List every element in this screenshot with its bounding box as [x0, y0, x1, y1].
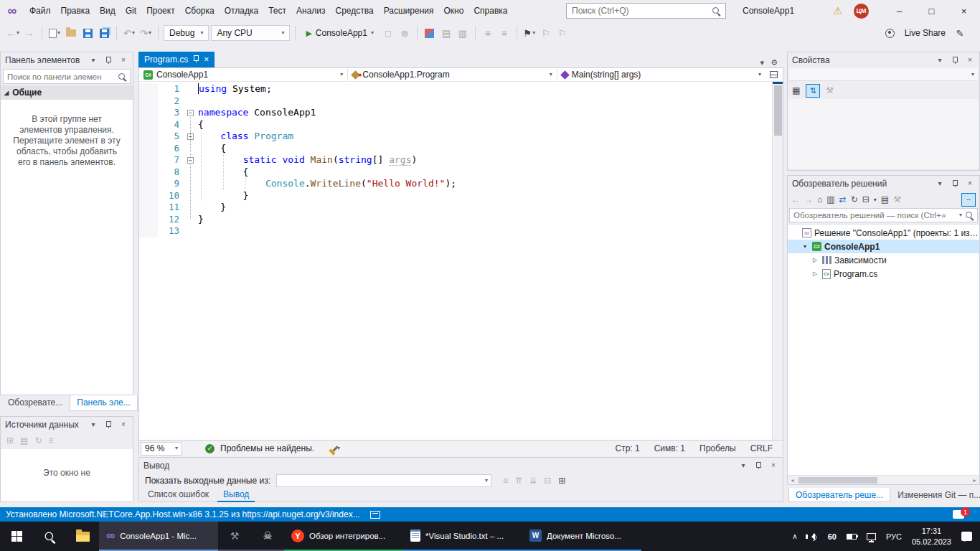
indent-icon[interactable]: ≡ — [481, 24, 495, 42]
preview-selected-items-toggle[interactable]: − — [961, 193, 976, 207]
window-menu-icon[interactable]: ▾ — [88, 55, 98, 65]
pin-icon[interactable] — [950, 179, 960, 189]
language-indicator[interactable]: РУС — [881, 522, 907, 551]
maximize-button[interactable]: □ — [915, 0, 948, 22]
prev-message-icon[interactable]: ⇈ — [515, 476, 522, 486]
tree-collapsed-arrow[interactable]: ▷ — [811, 257, 819, 263]
toolbox-header[interactable]: Панель элементов ▾ × — [1, 52, 133, 67]
sync-with-active-document-icon[interactable]: ⇄ — [839, 194, 847, 204]
breakpoint-margin[interactable] — [139, 178, 158, 190]
code-text[interactable]: { — [198, 143, 226, 155]
comment-icon[interactable]: ≡ — [497, 24, 512, 42]
menu-item[interactable]: Git — [121, 0, 141, 22]
document-tab-program-cs[interactable]: Program.cs × — [138, 52, 215, 67]
tree-horizontal-scrollbar[interactable]: ◂ ▸ — [788, 475, 979, 484]
output-header[interactable]: Вывод ▾ × — [139, 458, 783, 473]
code-text[interactable]: namespace ConsoleApp1 — [198, 107, 316, 119]
clock[interactable]: 17:31 05.02.2023 — [907, 522, 956, 551]
pin-icon[interactable] — [103, 55, 113, 65]
close-icon[interactable]: × — [965, 179, 975, 189]
feedback-icon[interactable]: ✎ — [953, 24, 967, 42]
toolbox-search-input[interactable] — [7, 72, 115, 81]
configure-data-source-icon[interactable]: ▤ — [20, 435, 28, 446]
properties-object-dropdown[interactable]: ▾ — [789, 68, 978, 81]
action-center-icon[interactable] — [956, 522, 977, 551]
breakpoint-margin[interactable] — [139, 131, 158, 143]
minimize-button[interactable]: – — [883, 0, 915, 22]
tree-collapsed-arrow[interactable]: ▷ — [811, 270, 819, 277]
output-source-dropdown[interactable]: ▾ — [276, 474, 491, 487]
menu-item[interactable]: Вид — [95, 0, 121, 22]
attach-process-icon[interactable]: ⊚ — [397, 24, 412, 42]
home-icon[interactable]: ⌂ — [817, 194, 822, 204]
type-dropdown[interactable]: ConsoleApp1.Program ▾ — [348, 68, 557, 81]
open-file-icon[interactable] — [64, 24, 78, 42]
taskbar-app[interactable]: *Visual Studio.txt – ... — [403, 522, 522, 551]
code-text[interactable]: { — [198, 119, 204, 131]
scroll-left-icon[interactable]: ◂ — [788, 477, 797, 484]
code-cleanup-icon[interactable]: ▾ — [330, 440, 344, 457]
new-file-icon[interactable]: ▾ — [47, 24, 62, 42]
find-in-files-icon[interactable] — [423, 24, 437, 42]
search-options-icon[interactable]: ▾ — [959, 212, 962, 218]
solution-explorer-header[interactable]: Обозреватель решений ▾ × — [788, 176, 979, 191]
start-debugging-button[interactable]: ▶ ConsoleApp1 ▾ — [301, 25, 379, 41]
code-text[interactable]: class Program — [198, 131, 293, 143]
code-text[interactable]: } — [198, 214, 204, 226]
refresh-icon[interactable]: ↻ — [851, 194, 858, 204]
window-menu-icon[interactable]: ▾ — [935, 55, 945, 65]
save-all-icon[interactable] — [97, 24, 111, 42]
close-icon[interactable]: × — [118, 420, 128, 430]
toolbox-search-box[interactable] — [3, 69, 131, 84]
code-text[interactable]: Console.WriteLine("Hello World!"); — [198, 178, 456, 190]
file-explorer-button[interactable] — [66, 522, 99, 551]
menu-item[interactable]: Анализ — [291, 0, 331, 22]
search-input[interactable] — [572, 6, 707, 16]
tray-overflow-icon[interactable]: ∧ — [787, 522, 802, 551]
breakpoint-margin[interactable] — [139, 190, 158, 202]
volume-icon[interactable] — [803, 522, 823, 551]
solution-platform-dropdown[interactable]: Any CPU▾ — [211, 25, 290, 41]
collapse-all-icon[interactable]: ⊟ — [862, 194, 870, 204]
find-message-icon[interactable]: ≡ — [503, 476, 508, 486]
status-window-icon[interactable] — [370, 511, 380, 519]
hscroll-thumb[interactable] — [798, 477, 877, 484]
breakpoint-margin[interactable] — [139, 95, 158, 108]
start-button[interactable] — [0, 522, 33, 551]
scroll-right-icon[interactable]: ▸ — [970, 477, 979, 484]
word-wrap-icon[interactable]: ⊞ — [558, 476, 565, 486]
menu-item[interactable]: Проект — [141, 0, 180, 22]
spaces-indicator[interactable]: Пробелы — [699, 443, 736, 453]
tree-item[interactable]: ▷Зависимости — [788, 253, 979, 267]
network-icon[interactable] — [862, 522, 881, 551]
next-bookmark-icon[interactable]: ⚐ — [555, 24, 570, 42]
undo-icon[interactable]: ↶▾ — [122, 24, 136, 42]
editor-options-gear-icon[interactable]: ⚙ — [771, 58, 778, 67]
eol-indicator[interactable]: CRLF — [750, 443, 773, 453]
breakpoint-margin[interactable] — [139, 214, 158, 226]
toolbox-group-general[interactable]: ◢ Общие — [1, 85, 133, 100]
document-outline-icon[interactable]: ▤ — [439, 24, 453, 42]
tree-item[interactable]: ▾C#ConsoleApp1 — [788, 240, 979, 253]
tab-git-changes[interactable]: Изменения Git — п... — [891, 488, 980, 502]
alphabetical-sort-icon[interactable]: ⇅ — [806, 84, 820, 98]
health-check-icon[interactable]: ✓ — [205, 444, 215, 453]
categorized-icon[interactable]: ▦ — [792, 85, 800, 95]
scrollbar-thumb[interactable] — [774, 85, 782, 136]
tree-expanded-arrow[interactable]: ▾ — [801, 243, 809, 250]
code-text[interactable]: } — [198, 202, 226, 214]
properties-wrench-icon[interactable]: ⚒ — [893, 194, 901, 204]
menu-item[interactable]: Расширения — [379, 0, 439, 22]
remove-data-source-icon[interactable]: ≡ — [48, 435, 53, 446]
breakpoint-margin[interactable] — [139, 225, 158, 237]
properties-header[interactable]: Свойства ▾ × — [788, 52, 979, 67]
taskbar-app[interactable]: ☠ — [251, 522, 284, 551]
taskbar-app[interactable]: WДокумент Microso... — [522, 522, 641, 551]
window-menu-icon[interactable]: ▾ — [935, 179, 945, 189]
menu-item[interactable]: Справка — [468, 0, 512, 22]
pin-icon[interactable] — [103, 420, 113, 430]
close-icon[interactable]: × — [768, 461, 778, 471]
project-dropdown[interactable]: C# ConsoleApp1 ▾ — [139, 68, 348, 81]
menu-item[interactable]: Окно — [438, 0, 468, 22]
pin-icon[interactable] — [950, 55, 960, 65]
